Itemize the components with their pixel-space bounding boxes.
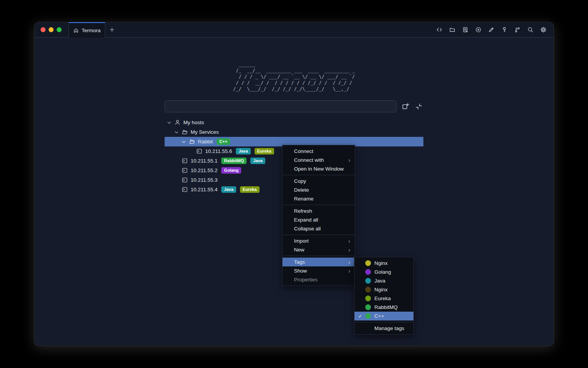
menu-item-copy[interactable]: Copy [283,177,355,186]
tag-badge: Java [236,148,250,154]
menu-item-properties: Properties [283,275,355,284]
tag-color-dot [365,260,371,266]
menu-separator [283,175,355,175]
tag-badge: Golang [221,167,241,174]
tag-color-dot [365,269,371,275]
menu-item-connect[interactable]: Connect [283,147,355,156]
close-window-button[interactable] [41,27,46,32]
tag-item-java[interactable]: Java [354,276,413,285]
tag-item-nginx-2[interactable]: Nginx [354,285,413,294]
menu-separator [283,205,355,205]
menu-separator [354,322,413,322]
tag-item-golang[interactable]: Golang [354,268,413,276]
terminal-icon [181,177,188,183]
menu-item-refresh[interactable]: Refresh [283,207,355,215]
tree-label: 10.211.55.3 [191,177,217,183]
tag-item-eureka[interactable]: Eureka [354,294,413,303]
user-icon [174,119,181,126]
tag-item-cpp[interactable]: ✓ C++ [354,312,413,320]
minimize-window-button[interactable] [49,27,54,32]
filter-input[interactable] [165,100,397,112]
tree-label: My hosts [183,120,204,125]
tree-label: My Services [191,129,219,135]
submenu-arrow-icon: › [348,268,350,274]
code-icon[interactable] [435,26,443,34]
tag-item-rabbitmq[interactable]: RabbitMQ [354,303,413,312]
titlebar: Termora [34,22,554,38]
record-icon[interactable] [474,26,482,34]
menu-item-open-in-new-window[interactable]: Open in New Window [283,164,355,173]
terminal-icon [196,148,203,154]
tree-label: Rabbit [198,139,213,145]
submenu-arrow-icon: › [348,157,350,163]
app-window: Termora [34,22,554,346]
chevron-down-icon[interactable] [181,139,187,145]
tab-termora[interactable]: Termora [69,22,105,38]
tree-row-my-hosts[interactable]: My hosts [165,118,423,127]
menu-item-expand-all[interactable]: Expand all [283,215,355,224]
zoom-window-button[interactable] [57,27,62,32]
menu-item-import[interactable]: Import › [283,237,355,245]
menu-item-new[interactable]: New › [283,245,355,254]
tag-color-dot [365,287,371,292]
menu-separator [283,256,355,256]
key-icon[interactable] [500,26,508,34]
tag-color-dot [365,304,371,310]
tag-badge: C++ [217,138,230,145]
menu-item-collapse-all[interactable]: Collapse all [283,224,355,233]
menu-item-connect-with[interactable]: Connect with › [283,156,355,164]
tag-color-dot [365,296,371,301]
tag-badge: Java [221,186,236,193]
tag-item-nginx[interactable]: Nginx [354,259,413,268]
folder-open-icon [189,138,195,145]
tree-label: 10.211.55.1 [191,158,217,164]
tags-submenu: Nginx Golang Java Nginx Eureka RabbitMQ … [354,257,414,335]
tree-label: 10.211.55.6 [205,148,232,154]
search-icon[interactable] [526,26,534,34]
tag-badge: Eureka [240,186,260,193]
tree-label: 10.211.55.2 [191,168,217,173]
home-icon [73,28,79,33]
termora-ascii-logo: ______ /_ __/__ _________ ___ ____ _____… [233,61,355,92]
tab-title: Termora [82,28,101,33]
checkmark-icon: ✓ [358,314,365,319]
terminal-icon [181,186,188,193]
tag-color-dot [365,313,371,319]
chevron-down-icon[interactable] [166,120,172,126]
terminal-icon [181,158,188,164]
submenu-arrow-icon: › [348,247,350,253]
titlebar-actions [435,22,554,37]
branch-icon[interactable] [513,26,521,34]
tag-color-dot [365,278,371,284]
host-filter-row [165,100,423,112]
menu-item-tags[interactable]: Tags › [283,258,355,266]
new-tab-button[interactable] [105,22,118,37]
folder-open-icon [181,129,188,135]
event-log-icon[interactable] [461,26,469,34]
menu-item-rename[interactable]: Rename [283,194,355,203]
terminal-icon [181,167,188,174]
context-menu: Connect Connect with › Open in New Windo… [282,145,355,286]
chevron-down-icon[interactable] [173,129,180,135]
tag-badge: Java [250,158,265,164]
manage-tags-button[interactable]: Manage tags [354,324,413,333]
tree-row-my-services[interactable]: My Services [165,127,423,137]
menu-separator [283,235,355,235]
tag-badge: RabbitMQ [221,158,247,164]
traffic-lights [34,22,69,37]
collapse-all-button[interactable] [414,102,423,111]
menu-item-delete[interactable]: Delete [283,186,355,194]
submenu-arrow-icon: › [348,238,350,244]
tag-badge: Eureka [255,148,274,154]
edit-icon[interactable] [487,26,495,34]
tree-label: 10.211.55.4 [191,187,217,192]
submenu-arrow-icon: › [348,259,350,265]
add-host-button[interactable] [401,102,410,111]
folder-icon[interactable] [448,26,456,34]
menu-item-show[interactable]: Show › [283,266,355,275]
settings-icon[interactable] [539,26,547,34]
